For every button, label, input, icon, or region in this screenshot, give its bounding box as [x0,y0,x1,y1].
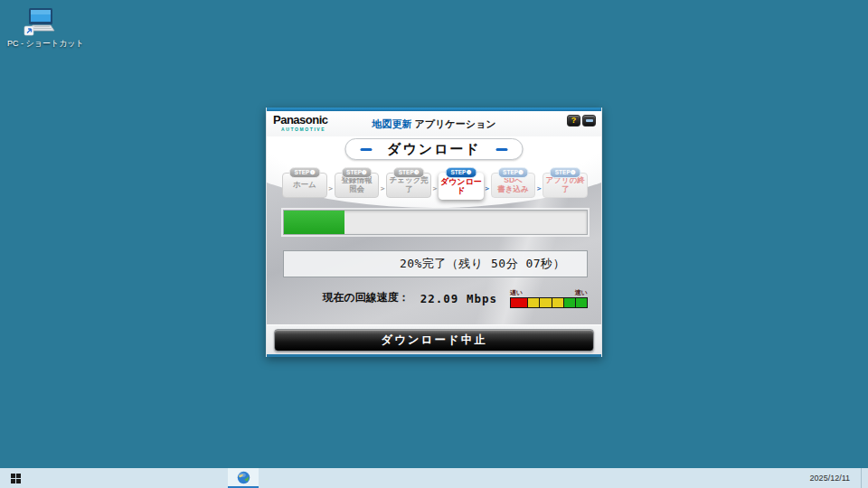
window-header: Panasonic AUTOMOTIVE 地図更新アプリケーション ? [267,111,601,136]
step-4-badge: STEP❹ [445,167,476,178]
progress-status-text: 20%完了（残り 50分 07秒） [306,256,565,272]
wizard-steps: STEP❶ ホーム ＞ STEP❷ 登録情報 照会 ＞ STEP❸ チェック完了… [282,167,588,203]
show-desktop-button[interactable] [861,468,868,488]
window-body: ダウンロード STEP❶ ホーム ＞ STEP❷ 登録情報 照会 ＞ STEP❸… [267,136,601,324]
app-title: 地図更新アプリケーション [267,117,601,131]
taskbar-app-button-browser[interactable] [228,468,259,488]
step-6-badge: STEP❻ [550,167,581,178]
page-title: ダウンロード [387,141,481,158]
windows-logo-icon [11,474,21,483]
step-exit-app: STEP❻ アプリの終了 [542,167,588,198]
step-registration-info: STEP❷ 登録情報 照会 [335,167,380,198]
window-footer: ダウンロード中止 [267,324,601,354]
gauge-slow-label: 遅い [510,289,523,296]
step-download-current: STEP❹ ダウンロード [439,167,484,200]
taskbar: 2025/12/11 [0,468,868,488]
cancel-download-button[interactable]: ダウンロード中止 [274,329,594,352]
desktop-shortcut-pc[interactable]: PC - ショートカット [7,7,71,50]
title-right-dash [495,148,507,151]
step-arrow-icon: ＞ [431,183,439,193]
step-write-to-sd: STEP❺ SDへ 書き込み [491,167,536,198]
line-speed-row: 現在の回線速度： 22.09 Mbps 遅い 速い [283,285,588,308]
download-progress-bar [283,210,588,235]
desktop: PC - ショートカット Panasonic AUTOMOTIVE 地図更新アプ… [0,0,868,488]
step-5-badge: STEP❺ [497,167,529,178]
gauge-segment [564,298,576,307]
step-1-badge: STEP❶ [288,167,320,178]
question-icon: ? [571,117,577,125]
gauge-segment [576,298,587,307]
line-speed-label: 現在の回線速度： [322,290,409,305]
step-3-badge: STEP❸ [393,167,425,178]
line-speed-value: 22.09 Mbps [420,292,497,305]
gauge-segment [552,298,564,307]
pc-icon [22,7,56,36]
gauge-segment [540,298,552,307]
taskbar-date[interactable]: 2025/12/11 [799,474,861,483]
window-bottom-accent [267,354,601,357]
start-button[interactable] [0,468,31,488]
step-arrow-icon: ＞ [379,183,386,193]
globe-icon [237,471,250,484]
progress-status-box: 20%完了（残り 50分 07秒） [283,250,588,277]
step-arrow-icon: ＞ [327,183,335,193]
step-arrow-icon: ＞ [535,183,542,193]
title-left-dash [361,148,373,151]
minimize-button[interactable] [582,115,596,127]
speed-gauge-bar [510,297,588,308]
progress-fill [284,211,344,234]
help-button[interactable]: ? [567,115,580,127]
gauge-segment [528,298,540,307]
step-arrow-icon: ＞ [484,183,491,193]
step-home: STEP❶ ホーム [282,167,327,198]
speed-gauge: 遅い 速い [510,289,588,308]
step-check-complete: STEP❸ チェック完了 [386,167,431,198]
gauge-fast-label: 速い [575,289,588,296]
gauge-segment [511,298,528,307]
map-update-app-window: Panasonic AUTOMOTIVE 地図更新アプリケーション ? ダウンロ… [266,108,602,357]
step-2-badge: STEP❷ [341,167,373,178]
minimize-icon [586,119,593,122]
page-title-pill: ダウンロード [345,138,524,160]
shortcut-label: PC - ショートカット [7,38,71,50]
